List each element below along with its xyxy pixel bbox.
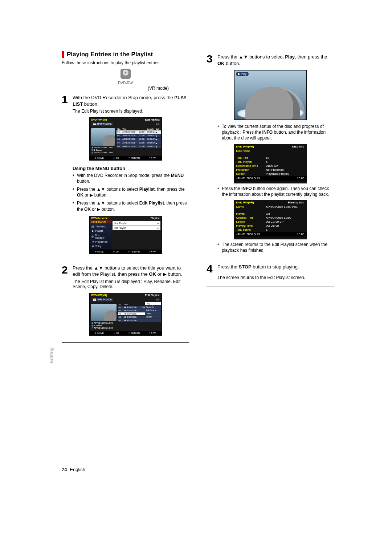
th-edit: Edit — [156, 128, 160, 130]
scene-icon: ▦ — [91, 324, 94, 327]
divider — [207, 287, 334, 287]
play-icon: ▶ — [97, 207, 100, 212]
osd-counter: 1/5 — [156, 123, 160, 126]
pi-k: Length — [236, 220, 266, 223]
di-title: DVD-RW(VR) — [236, 145, 254, 148]
meta-date: APR/23/2006 12:00 — [94, 146, 113, 149]
ok-icon: ▭ — [113, 332, 115, 334]
context-menu: Play Rename Edit Scene Copy Delete — [145, 302, 161, 319]
t: , then press the — [295, 54, 327, 60]
return-icon: ↶ — [128, 157, 130, 159]
th: No. — [119, 303, 124, 306]
svg-point-2 — [124, 72, 126, 74]
meta-scene: 1 Scene — [94, 149, 102, 151]
vr-mode-label: (VR mode) — [62, 86, 169, 91]
step-1-text-a: With the DVD Recorder in Stop mode, pres… — [73, 95, 174, 100]
list-row: 04APR/24/200612:3000:00:16▶ — [117, 141, 160, 145]
pi-date: JAN 01 2006 SUN — [236, 232, 260, 236]
pi-k: Playing Time — [236, 224, 266, 227]
di-time: 13:00 — [297, 177, 304, 180]
step-3: 3 Press the ▲▼ buttons to select Play, t… — [207, 54, 334, 66]
t: button. — [225, 61, 240, 66]
di-v — [266, 149, 305, 153]
menu-item: Programme — [95, 240, 108, 243]
rec-icon: ◉ — [91, 146, 94, 149]
list-row: 01APR/23/200612:0000:00:21▶ — [117, 130, 160, 134]
pi-k: Total scene — [236, 228, 266, 231]
play-icon: ▶ — [90, 193, 93, 198]
step-1-sub: The Edit Playlist screen is displayed. — [73, 109, 189, 114]
ctx-item: Play — [145, 302, 161, 305]
t: OK — [217, 61, 225, 66]
di-v: Playback [Playlist] — [266, 172, 305, 175]
calendar-icon: 📅 — [93, 123, 96, 125]
menu-subheading: Using the MENU button — [73, 166, 189, 171]
move-icon: ✥ — [95, 332, 97, 334]
di-v: 19 — [266, 156, 305, 159]
programme-icon: ◔ — [91, 240, 94, 243]
di-v: 01:09 SP — [266, 164, 305, 167]
step-3-num: 3 — [207, 54, 215, 66]
di-date: JAN 01 2006 SUN — [236, 177, 260, 180]
step-1-num: 1 — [62, 94, 70, 107]
edit-playlist-ctx-shot: DVD-RW(VR)Edit Playlist 📅 APR/24/20063/5… — [89, 293, 162, 336]
pi-v: 00: 01: 09 SP — [266, 220, 305, 223]
ftr: OK — [116, 332, 119, 334]
t: or — [156, 271, 163, 277]
section-intro: Follow these instructions to play the pl… — [62, 60, 189, 65]
ftr-exit: EXIT — [151, 250, 156, 252]
step3-bullet-1: To view the current status of the disc a… — [217, 124, 334, 141]
rec-icon: ◉ — [91, 322, 94, 324]
divider — [62, 342, 189, 343]
right-column: 3 Press the ▲▼ buttons to select Play, t… — [207, 51, 334, 346]
osd-title: DVD-RW(VR) — [91, 294, 107, 296]
step-4: 4 Press the STOP button to stop playing. — [207, 264, 334, 274]
th-length: Length — [147, 128, 155, 130]
di-v: Not Protected — [266, 168, 305, 171]
up-down-icon: ▲▼ — [94, 265, 103, 271]
thumbnail-image — [91, 304, 117, 321]
t: button. — [167, 271, 182, 277]
exit-icon: ⎆ — [149, 332, 150, 334]
menu-bullet-1: With the DVD Recorder in Stop mode, pres… — [73, 173, 189, 184]
step-2-sub: The Edit Playlist menu is displayed : Pl… — [73, 279, 189, 289]
menu-item: Setup — [95, 245, 102, 247]
chevron-right-icon: ▸ — [158, 222, 159, 225]
page-num: 74 — [62, 467, 67, 472]
step-4-num: 4 — [207, 264, 215, 274]
disc-mgr-icon: ◒ — [91, 235, 94, 238]
ctx-item: Copy — [145, 312, 161, 315]
meta-date: APR/24/2006 12:00 — [94, 322, 113, 324]
ftr-exit: EXIT — [151, 157, 156, 159]
meta-date2: APR/24/2006 12:00 — [94, 327, 113, 329]
osd-mode: Playlist — [151, 217, 160, 219]
play-icon: ▶ — [163, 271, 167, 277]
pi-title: DVD-RW(VR) — [236, 201, 254, 204]
step-2: 2 Press the ▲▼ buttons to select the tit… — [62, 265, 189, 278]
t: Press the — [217, 54, 239, 60]
osd-date: APR/23/2006 — [97, 123, 112, 125]
chevron-right-icon: ▸ — [158, 227, 159, 230]
osd-title: DVD-RW(VR) — [91, 118, 107, 121]
side-hdr: DVD-RW(VR) — [93, 221, 106, 223]
osd-counter: 3/5 — [156, 298, 160, 301]
playlist-menu-shot: DVD-RecorderPlaylist ◎ DVD-RW(VR) ▤Title… — [89, 216, 162, 254]
pi-v: APR/24/2006 12:00 — [266, 216, 305, 219]
menu-item: Playlist — [95, 230, 103, 232]
title-icon: ▤ — [91, 225, 94, 228]
ftr: EXIT — [151, 332, 156, 334]
divider — [62, 261, 189, 261]
di-k: Protection — [236, 168, 266, 171]
pi-v: 3/5 — [266, 212, 305, 215]
osd-date: APR/24/2006 — [97, 298, 112, 301]
step-2-num: 2 — [62, 265, 70, 278]
osd-mode: Edit Playlist — [145, 294, 160, 296]
edit-playlist-shot: DVD-RW(VR)Edit Playlist 📅 APR/23/20061/5… — [89, 117, 162, 161]
pi-v: 00: 00: 08 — [266, 224, 305, 227]
list-row: 05APR/25/200612:0000:00:32▶ — [117, 145, 160, 148]
ctx-item: Rename — [145, 306, 161, 308]
t: Press the — [217, 264, 239, 270]
divider — [207, 260, 334, 260]
step3-bullet-3: The screen returns to the Edit Playlist … — [217, 242, 334, 253]
di-k: Screen — [236, 172, 266, 175]
